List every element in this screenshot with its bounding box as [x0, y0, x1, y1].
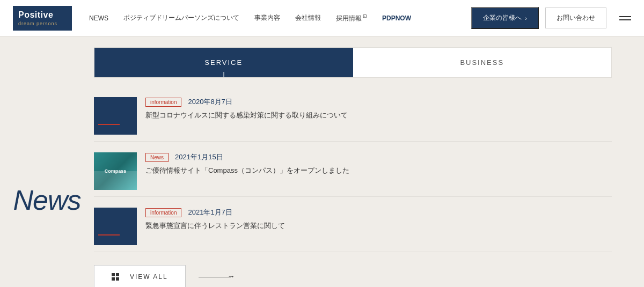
thumb-compass-2: Compass — [94, 152, 137, 190]
news-tag-3: information — [145, 208, 181, 217]
logo[interactable]: Positive dream persons — [13, 6, 72, 31]
company-button[interactable]: 企業の皆様へ › — [471, 7, 539, 29]
news-item[interactable]: information 2020年8月7日 新型コロナウイルスに関する感染対策に… — [94, 91, 612, 142]
news-side-label-container: News — [0, 36, 94, 287]
contact-button[interactable]: お問い合わせ — [545, 8, 606, 28]
news-top-row-1: information 2020年8月7日 — [145, 97, 612, 107]
compass-logo-text: Compass — [105, 168, 127, 174]
main-content: News SERVICE BUSINESS information 2020年8… — [0, 36, 644, 287]
category-tabs: SERVICE BUSINESS — [94, 47, 612, 78]
nav-news[interactable]: NEWS — [89, 14, 108, 22]
arrow-long-icon — [199, 277, 231, 277]
tab-service[interactable]: SERVICE — [94, 48, 353, 77]
news-date-2: 2021年1月15日 — [175, 152, 223, 162]
compass-people-bg — [94, 171, 137, 190]
view-all-button[interactable]: VIEW ALL — [94, 265, 186, 287]
nav-business[interactable]: 事業内容 — [254, 13, 280, 23]
header-actions: 企業の皆様へ › お問い合わせ — [471, 7, 631, 29]
news-meta-1: information 2020年8月7日 新型コロナウイルスに関する感染対策に… — [145, 97, 612, 121]
news-title-2: ご優待情報サイト「Compass（コンパス）」をオープンしました — [145, 165, 612, 176]
news-tag-2: News — [145, 153, 169, 162]
grid-icon — [112, 273, 119, 281]
tab-business[interactable]: BUSINESS — [353, 48, 612, 77]
view-all-section: VIEW ALL — [94, 265, 612, 287]
logo-positive: Positive — [18, 10, 53, 20]
news-list: information 2020年8月7日 新型コロナウイルスに関する感染対策に… — [94, 91, 612, 252]
nav-recruit[interactable]: 採用情報⊡ — [336, 13, 367, 23]
news-title-3: 緊急事態宣言に伴うレストラン営業に関して — [145, 220, 612, 231]
news-title-1: 新型コロナウイルスに関する感染対策に関する取り組みについて — [145, 110, 612, 121]
nav-company[interactable]: 会社情報 — [295, 13, 321, 23]
news-side-label: News — [13, 184, 80, 216]
news-item[interactable]: Compass News 2021年1月15日 ご優待情報サイト「Compass… — [94, 146, 612, 197]
news-thumbnail-3 — [94, 208, 137, 245]
news-top-row-3: information 2021年1月7日 — [145, 208, 612, 217]
hamburger-line-2 — [619, 19, 631, 20]
arrow-icon: › — [525, 15, 527, 21]
news-tag-1: information — [145, 98, 181, 107]
news-date-1: 2020年8月7日 — [188, 97, 232, 107]
hamburger-menu[interactable] — [619, 16, 631, 20]
news-thumbnail-2: Compass — [94, 152, 137, 190]
news-item[interactable]: information 2021年1月7日 緊急事態宣言に伴うレストラン営業に関… — [94, 201, 612, 252]
external-link-icon: ⊡ — [363, 13, 367, 19]
thumb-blue-1 — [94, 97, 137, 135]
news-thumbnail-1 — [94, 97, 137, 135]
nav-pdpnow[interactable]: PDPNOW — [382, 14, 411, 22]
news-top-row-2: News 2021年1月15日 — [145, 152, 612, 162]
content-area: SERVICE BUSINESS information 2020年8月7日 新… — [94, 36, 644, 287]
main-nav: NEWS ポジティブドリームパーソンズについて 事業内容 会社情報 採用情報⊡ … — [89, 13, 471, 23]
view-all-label: VIEW ALL — [130, 273, 168, 281]
news-meta-3: information 2021年1月7日 緊急事態宣言に伴うレストラン営業に関… — [145, 208, 612, 231]
news-meta-2: News 2021年1月15日 ご優待情報サイト「Compass（コンパス）」を… — [145, 152, 612, 176]
thumb-blue-3 — [94, 208, 137, 245]
hamburger-line-1 — [619, 16, 631, 17]
logo-dream: dream persons — [18, 21, 57, 26]
news-date-3: 2021年1月7日 — [188, 208, 232, 217]
site-header: Positive dream persons NEWS ポジティブドリームパーソ… — [0, 0, 644, 36]
nav-about[interactable]: ポジティブドリームパーソンズについて — [123, 13, 239, 23]
